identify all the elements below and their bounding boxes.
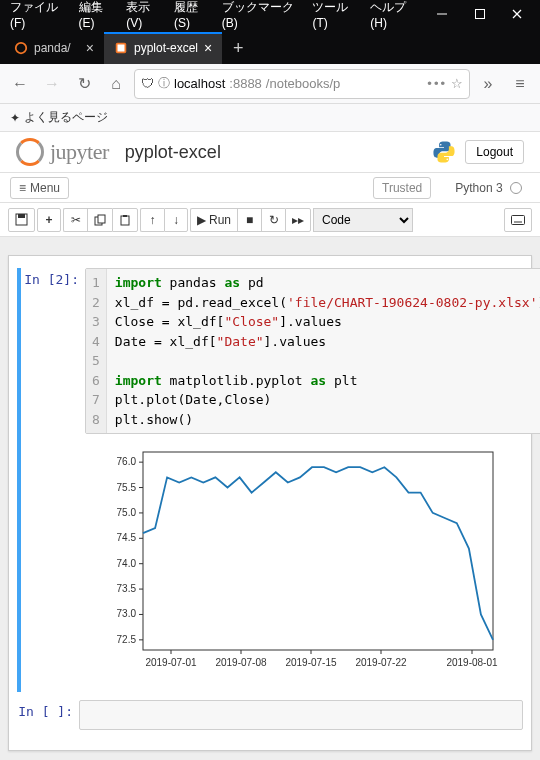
menu-view[interactable]: 表示(V) (120, 0, 168, 30)
window-titlebar: ファイル(F) 編集(E) 表示(V) 履歴(S) ブックマーク(B) ツール(… (0, 0, 540, 28)
paste-button[interactable] (112, 208, 138, 232)
notebook-menubar: ≡ Menu Trusted Python 3 (0, 173, 540, 203)
chart-svg: 72.573.073.574.074.575.075.576.02019-07-… (85, 440, 505, 690)
svg-text:72.5: 72.5 (117, 634, 137, 645)
keyboard-icon (511, 215, 525, 225)
cut-button[interactable]: ✂ (63, 208, 87, 232)
hamburger-icon: ≡ (19, 181, 26, 195)
save-button[interactable] (8, 208, 35, 232)
run-icon: ▶ (197, 213, 206, 227)
tab-close-icon[interactable]: × (204, 40, 212, 56)
svg-text:76.0: 76.0 (117, 456, 137, 467)
back-button[interactable]: ← (6, 70, 34, 98)
kernel-status-icon (510, 182, 522, 194)
insert-cell-button[interactable]: + (37, 208, 61, 232)
app-menu-button[interactable]: ≡ (506, 70, 534, 98)
copy-icon (94, 214, 106, 226)
url-port: :8888 (229, 76, 262, 91)
code-input[interactable]: 1 2 3 4 5 6 7 8 import pandas as pd xl_d… (85, 268, 540, 434)
run-button[interactable]: ▶Run (190, 208, 237, 232)
svg-text:74.0: 74.0 (117, 558, 137, 569)
svg-text:74.5: 74.5 (117, 532, 137, 543)
command-palette-button[interactable] (504, 208, 532, 232)
code-cell-2[interactable]: In [ ]: (17, 700, 523, 730)
notebook-inner: In [2]: 1 2 3 4 5 6 7 8 import pandas as… (8, 255, 532, 751)
more-icon[interactable]: ••• (427, 76, 447, 91)
line-gutter: 1 2 3 4 5 6 7 8 (86, 269, 107, 433)
shield-icon: 🛡 (141, 76, 154, 91)
line-chart: 72.573.073.574.074.575.075.576.02019-07-… (85, 440, 505, 690)
trusted-indicator[interactable]: Trusted (373, 177, 431, 199)
cell-prompt: In [ ]: (17, 700, 79, 730)
window-minimize-button[interactable] (423, 0, 461, 28)
svg-rect-15 (143, 452, 493, 650)
notebook-favicon-icon (114, 41, 128, 55)
menu-bookmarks[interactable]: ブックマーク(B) (216, 0, 307, 30)
restart-button[interactable]: ↻ (261, 208, 285, 232)
bookmark-label[interactable]: よく見るページ (24, 109, 108, 126)
cell-output: 72.573.073.574.074.575.075.576.02019-07-… (85, 434, 540, 692)
url-host: localhost (174, 76, 225, 91)
code-input[interactable] (79, 700, 523, 730)
menu-tools[interactable]: ツール(T) (306, 0, 364, 30)
menu-history[interactable]: 履歴(S) (168, 0, 216, 30)
svg-text:2019-07-08: 2019-07-08 (215, 657, 267, 668)
info-icon[interactable]: ⓘ (158, 75, 170, 92)
jupyter-logo[interactable]: jupyter (16, 138, 109, 166)
tab-strip: panda/ × pyplot-excel × + (0, 28, 540, 64)
browser-navbar: ← → ↻ ⌂ 🛡 ⓘ localhost:8888/notebooks/p •… (0, 64, 540, 104)
tab-close-icon[interactable]: × (86, 40, 94, 56)
interrupt-button[interactable]: ■ (237, 208, 261, 232)
notebook-name[interactable]: pyplot-excel (125, 142, 221, 163)
home-button[interactable]: ⌂ (102, 70, 130, 98)
code-text[interactable]: import pandas as pd xl_df = pd.read_exce… (107, 269, 540, 433)
run-label: Run (209, 213, 231, 227)
svg-point-4 (16, 43, 27, 54)
notebook-toolbar: + ✂ ↑ ↓ ▶Run ■ ↻ ▸▸ Code (0, 203, 540, 237)
paste-icon (119, 214, 131, 226)
svg-rect-10 (98, 215, 105, 223)
menu-toggle[interactable]: ≡ Menu (10, 177, 69, 199)
menu-file[interactable]: ファイル(F) (4, 0, 73, 30)
move-down-button[interactable]: ↓ (164, 208, 188, 232)
cell-type-select[interactable]: Code (313, 208, 413, 232)
window-close-button[interactable] (498, 0, 536, 28)
jupyter-favicon-icon (14, 41, 28, 55)
svg-text:2019-07-22: 2019-07-22 (355, 657, 407, 668)
svg-rect-13 (512, 215, 525, 224)
svg-rect-12 (123, 215, 127, 217)
kernel-indicator[interactable]: Python 3 (447, 178, 530, 198)
svg-text:2019-08-01: 2019-08-01 (446, 657, 498, 668)
jupyter-logo-text: jupyter (50, 139, 109, 165)
logout-button[interactable]: Logout (465, 140, 524, 164)
svg-text:73.0: 73.0 (117, 608, 137, 619)
code-text[interactable] (80, 701, 104, 729)
window-maximize-button[interactable] (461, 0, 499, 28)
code-cell-1[interactable]: In [2]: 1 2 3 4 5 6 7 8 import pandas as… (17, 268, 523, 692)
forward-button[interactable]: → (38, 70, 66, 98)
menu-edit[interactable]: 編集(E) (73, 0, 121, 30)
svg-rect-6 (118, 45, 125, 52)
bookmark-star-icon[interactable]: ☆ (451, 76, 463, 91)
menu-label: Menu (30, 181, 60, 195)
url-bar[interactable]: 🛡 ⓘ localhost:8888/notebooks/p ••• ☆ (134, 69, 470, 99)
new-tab-button[interactable]: + (222, 32, 254, 64)
browser-tab-1[interactable]: panda/ × (4, 32, 104, 64)
notebook-container: In [2]: 1 2 3 4 5 6 7 8 import pandas as… (0, 237, 540, 760)
svg-rect-11 (121, 216, 129, 225)
reload-button[interactable]: ↻ (70, 70, 98, 98)
svg-text:75.0: 75.0 (117, 507, 137, 518)
top-sites-icon: ✦ (10, 111, 20, 125)
tab-title: panda/ (34, 41, 80, 55)
menu-help[interactable]: ヘルプ(H) (364, 0, 423, 30)
svg-text:2019-07-15: 2019-07-15 (285, 657, 337, 668)
svg-rect-8 (18, 214, 25, 218)
restart-run-all-button[interactable]: ▸▸ (285, 208, 311, 232)
kernel-name: Python 3 (455, 181, 502, 195)
move-up-button[interactable]: ↑ (140, 208, 164, 232)
svg-text:73.5: 73.5 (117, 583, 137, 594)
overflow-button[interactable]: » (474, 70, 502, 98)
browser-tab-2[interactable]: pyplot-excel × (104, 32, 222, 64)
cell-prompt: In [2]: (23, 268, 85, 692)
copy-button[interactable] (87, 208, 112, 232)
